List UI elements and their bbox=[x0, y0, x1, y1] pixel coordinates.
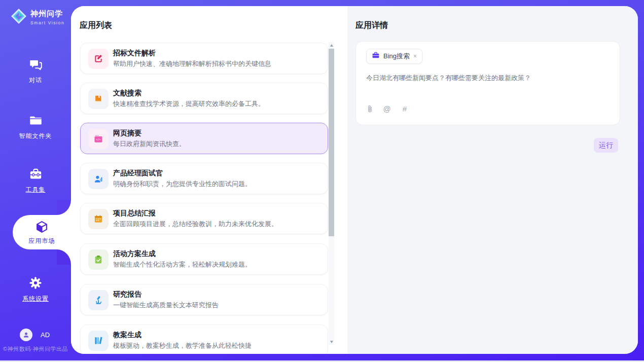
app-card-desc: 快速精准查找学术资源，提高研究效率的必备工具。 bbox=[113, 99, 265, 108]
app-card-title: 产品经理面试官 bbox=[113, 169, 163, 178]
sidebar-item-smart-folder[interactable]: 智能文件夹 bbox=[0, 114, 71, 140]
active-curve-top bbox=[57, 200, 71, 215]
tool-tag-bing-search[interactable]: Bing搜索 × bbox=[366, 49, 422, 64]
app-card-literature-search[interactable]: 文献搜索 快速精准查找学术资源，提高研究效率的必备工具。 bbox=[80, 83, 328, 114]
paperclip-icon[interactable] bbox=[366, 104, 374, 113]
avatar bbox=[20, 329, 32, 341]
app-card-title: 网页摘要 bbox=[113, 129, 141, 138]
app-card-desc: 帮助用户快速、准确地理解和解析招标书中的关键信息 bbox=[113, 59, 271, 68]
app-card-title: 项目总结汇报 bbox=[113, 209, 156, 218]
mention-icon[interactable]: @ bbox=[382, 104, 391, 113]
svg-text:</>: </> bbox=[96, 138, 100, 141]
app-card-title: 文献搜索 bbox=[113, 89, 141, 98]
sidebar-item-label: 智能文件夹 bbox=[0, 132, 71, 140]
sidebar-item-settings[interactable]: 系统设置 bbox=[0, 276, 71, 303]
app-card-desc: 明确身份和职责，为您提供专业性的面试问题。 bbox=[113, 179, 252, 189]
app-card-title: 研究报告 bbox=[113, 290, 141, 299]
app-card-title: 教案生成 bbox=[113, 331, 141, 340]
scroll-down-arrow[interactable] bbox=[329, 339, 334, 345]
close-icon[interactable]: × bbox=[413, 53, 417, 60]
active-curve-bottom bbox=[57, 249, 71, 265]
books-icon bbox=[88, 331, 109, 351]
toolbox-icon bbox=[29, 167, 43, 183]
app-card-title: 活动方案生成 bbox=[113, 249, 156, 259]
tool-tag-label: Bing搜索 bbox=[383, 52, 410, 61]
app-list-title: 应用列表 bbox=[80, 20, 112, 31]
user-account[interactable]: AD bbox=[20, 329, 50, 341]
app-card-project-summary[interactable]: 项目总结汇报 全面回顾项目进展，总结经验教训，助力未来优化发展。 bbox=[80, 203, 328, 234]
app-detail-panel: 应用详情 Bing搜索 × 今日湖北有哪些新闻要点？有哪些需要关注的最新政策？ bbox=[347, 6, 638, 354]
sidebar-item-label: 应用市场 bbox=[13, 237, 71, 245]
calendar-icon bbox=[88, 209, 109, 229]
sidebar-item-chat[interactable]: 对话 bbox=[0, 58, 71, 85]
app-card-bid-document-parsing[interactable]: 招标文件解析 帮助用户快速、准确地理解和解析招标书中的关键信息 bbox=[80, 43, 328, 74]
chat-icon bbox=[29, 58, 43, 74]
sidebar: 神州问学 Smart Vision 对话 智能文件夹 bbox=[0, 0, 71, 362]
sidebar-item-label: 系统设置 bbox=[0, 295, 71, 303]
gear-icon bbox=[28, 276, 43, 292]
briefcase-icon bbox=[372, 51, 380, 61]
webpage-code-icon: </> bbox=[88, 129, 109, 149]
user-initials: AD bbox=[41, 331, 50, 339]
app-detail-title: 应用详情 bbox=[355, 20, 388, 31]
run-button[interactable]: 运行 bbox=[594, 138, 618, 153]
copyright-footer: ©神州数码·神州问学出品 bbox=[0, 345, 71, 353]
scroll-up-arrow[interactable] bbox=[329, 42, 334, 48]
prompt-text[interactable]: 今日湖北有哪些新闻要点？有哪些需要关注的最新政策？ bbox=[366, 73, 612, 83]
folder-icon bbox=[29, 114, 43, 129]
app-card-desc: 每日政府新闻资讯快查。 bbox=[113, 139, 186, 149]
brand-name: 神州问学 bbox=[30, 9, 63, 18]
input-toolbar: @ # bbox=[366, 104, 409, 113]
interviewer-icon bbox=[88, 169, 109, 189]
brand-tagline: Smart Vision bbox=[30, 20, 64, 25]
app-window: 神州问学 Smart Vision 对话 智能文件夹 bbox=[0, 0, 644, 362]
app-card-webpage-summary[interactable]: </> 网页摘要 每日政府新闻资讯快查。 bbox=[80, 123, 328, 154]
brand-logo: 神州问学 Smart Vision bbox=[10, 8, 64, 27]
app-card-desc: 智能生成个性化活动方案，轻松解决规划难题。 bbox=[113, 260, 252, 269]
app-card-desc: 模板驱动，教案秒生成，教学准备从此轻松快捷 bbox=[113, 341, 252, 350]
microscope-icon bbox=[88, 290, 109, 310]
app-card-desc: 全面回顾项目进展，总结经验教训，助力未来优化发展。 bbox=[113, 220, 278, 229]
edit-document-icon bbox=[88, 49, 109, 69]
app-card-title: 招标文件解析 bbox=[113, 49, 156, 58]
sidebar-item-label: 工具集 bbox=[0, 186, 71, 194]
sidebar-item-toolset[interactable]: 工具集 bbox=[0, 167, 71, 194]
app-card-lesson-plan[interactable]: 教案生成 模板驱动，教案秒生成，教学准备从此轻松快捷 bbox=[80, 324, 328, 354]
cube-icon bbox=[35, 220, 49, 236]
prompt-card[interactable]: Bing搜索 × 今日湖北有哪些新闻要点？有哪些需要关注的最新政策？ @ # bbox=[355, 41, 620, 125]
sidebar-item-label: 对话 bbox=[0, 76, 71, 85]
sidebar-item-app-market[interactable]: 应用市场 bbox=[13, 215, 71, 249]
app-card-pm-interviewer[interactable]: 产品经理面试官 明确身份和职责，为您提供专业性的面试问题。 bbox=[80, 163, 328, 194]
hash-icon[interactable]: # bbox=[400, 104, 409, 113]
app-card-desc: 一键智能生成高质量长文本研究报告 bbox=[113, 301, 219, 310]
app-list-panel: 应用列表 招标文件解析 帮助用户快速、准确地理解和解析招标书中的关键信息 bbox=[71, 6, 347, 354]
book-icon bbox=[88, 89, 109, 109]
diamond-logo-icon bbox=[10, 8, 27, 27]
main-content: 应用列表 招标文件解析 帮助用户快速、准确地理解和解析招标书中的关键信息 bbox=[71, 6, 638, 354]
clipboard-check-icon bbox=[88, 249, 109, 270]
app-card-event-plan[interactable]: 活动方案生成 智能生成个性化活动方案，轻松解决规划难题。 bbox=[80, 243, 328, 275]
scrollbar-thumb[interactable] bbox=[329, 49, 334, 236]
app-card-research-report[interactable]: 研究报告 一键智能生成高质量长文本研究报告 bbox=[80, 284, 328, 315]
list-scrollbar[interactable] bbox=[329, 42, 334, 345]
